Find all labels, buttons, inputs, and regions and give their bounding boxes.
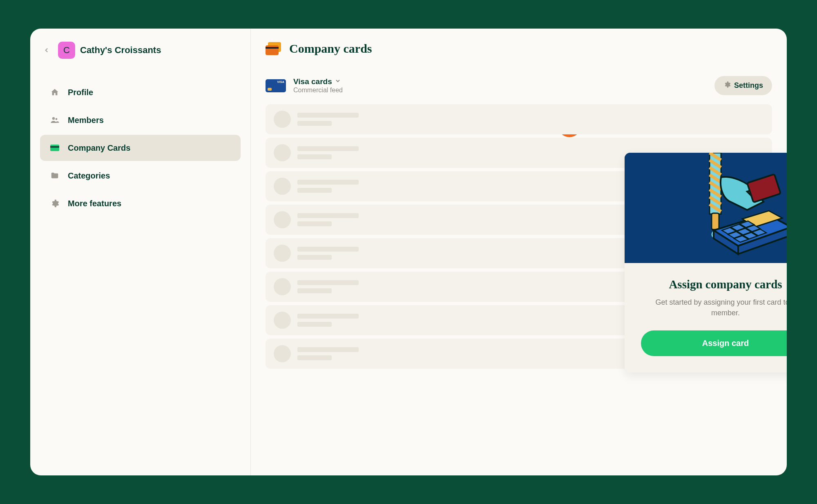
feed-selector[interactable]: Visa cards Commercial feed — [266, 77, 343, 94]
modal-subtitle: Get started by assigning your first card… — [641, 297, 787, 318]
svg-point-1 — [56, 118, 58, 120]
card-icon — [50, 143, 60, 153]
svg-rect-3 — [50, 146, 59, 148]
workspace-header: C Cathy's Croissants — [40, 42, 241, 59]
svg-point-0 — [52, 117, 55, 120]
sidebar-item-company-cards[interactable]: Company Cards — [40, 135, 241, 161]
gear-icon — [723, 81, 731, 90]
sidebar-item-members[interactable]: Members — [40, 107, 241, 133]
sidebar-item-more-features[interactable]: More features — [40, 190, 241, 216]
svg-rect-6 — [712, 213, 719, 230]
sidebar-item-categories[interactable]: Categories — [40, 163, 241, 189]
app-window: C Cathy's Croissants Profile Members Com… — [30, 29, 787, 475]
modal-hero-illustration — [625, 153, 787, 263]
sidebar-item-label: Profile — [68, 88, 93, 97]
svg-rect-2 — [50, 145, 59, 151]
chevron-left-icon — [43, 47, 50, 54]
workspace-avatar: C — [58, 42, 75, 59]
back-button[interactable] — [40, 44, 53, 57]
sidebar-item-label: Company Cards — [68, 143, 130, 153]
company-cards-icon — [266, 42, 282, 55]
main-header: Company cards — [266, 42, 772, 56]
sidebar: C Cathy's Croissants Profile Members Com… — [30, 29, 251, 475]
home-icon — [50, 87, 60, 97]
modal-title: Assign company cards — [641, 278, 787, 291]
settings-label: Settings — [734, 81, 763, 90]
card-terminal-illustration-icon — [625, 153, 787, 263]
skeleton-row — [266, 104, 772, 134]
settings-button[interactable]: Settings — [714, 76, 772, 95]
feed-title: Visa cards — [293, 77, 332, 86]
visa-card-icon — [266, 79, 286, 92]
members-icon — [50, 115, 60, 125]
workspace-name: Cathy's Croissants — [80, 45, 161, 56]
folder-icon — [50, 171, 60, 181]
modal-body: Assign company cards Get started by assi… — [625, 263, 787, 372]
page-title: Company cards — [289, 42, 372, 56]
sidebar-item-profile[interactable]: Profile — [40, 79, 241, 105]
gear-icon — [50, 198, 60, 208]
sidebar-item-label: Categories — [68, 171, 110, 181]
assign-card-button[interactable]: Assign card — [641, 330, 787, 356]
sidebar-item-label: More features — [68, 199, 121, 208]
feed-bar: Visa cards Commercial feed Settings — [266, 76, 772, 95]
assign-card-modal: Assign company cards Get started by assi… — [625, 153, 787, 372]
chevron-down-icon — [335, 78, 341, 86]
svg-rect-4 — [625, 153, 787, 263]
sidebar-item-label: Members — [68, 116, 104, 125]
main-panel: Company cards Visa cards Commercial feed — [251, 29, 787, 475]
feed-subtitle: Commercial feed — [293, 87, 343, 94]
